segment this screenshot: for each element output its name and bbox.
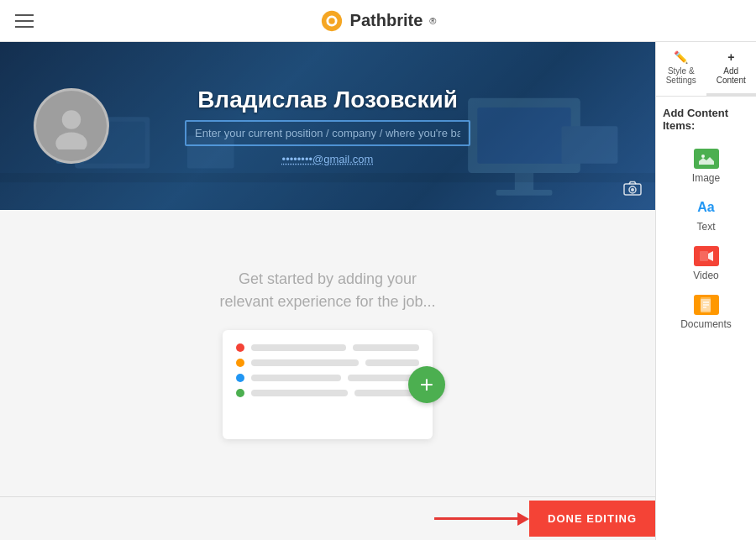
plus-icon: + (727, 50, 734, 64)
bottom-bar: DONE EDITING (0, 496, 655, 540)
card-line-3a (251, 375, 341, 381)
card-dot-red (236, 343, 244, 352)
card-line-2b (365, 359, 419, 366)
get-started-text: Get started by adding your relevant expe… (219, 268, 435, 313)
arrow-shaft (434, 517, 518, 520)
svg-rect-6 (496, 190, 553, 196)
svg-point-2 (328, 18, 334, 24)
sidebar-section-title: Add Content Items: (663, 107, 749, 132)
card-row-4 (236, 389, 419, 397)
text-icon: Aa (694, 197, 719, 218)
card-row-1 (236, 343, 419, 352)
header: Pathbrite® (0, 0, 756, 42)
svg-point-14 (55, 132, 87, 149)
camera-icon[interactable] (623, 181, 642, 200)
tab-add-content[interactable]: + Add Content (706, 42, 757, 96)
svg-rect-12 (0, 173, 655, 182)
content-area: Владислав Лозовский ••••••••@gmail.com G… (0, 42, 655, 540)
done-editing-label: DONE EDITING (548, 512, 637, 525)
svg-point-17 (631, 188, 634, 191)
card-illustration: + (223, 330, 433, 439)
sidebar: ✏️ Style & Settings + Add Content Add Co… (655, 42, 756, 540)
svg-point-13 (62, 110, 81, 128)
body-area: Get started by adding your relevant expe… (0, 210, 655, 496)
svg-rect-11 (562, 126, 618, 164)
main-container: Владислав Лозовский ••••••••@gmail.com G… (0, 42, 756, 540)
add-content-circle-button[interactable]: + (408, 366, 445, 403)
user-name: Владислав Лозовский (185, 87, 470, 113)
tab-style-label: Style & Settings (659, 66, 703, 85)
tab-add-label: Add Content (710, 66, 753, 85)
video-label: Video (693, 270, 718, 281)
logo-icon (320, 9, 344, 33)
arrow-head (517, 512, 529, 526)
svg-rect-4 (477, 107, 570, 164)
card-row-2 (236, 359, 419, 367)
svg-rect-22 (701, 299, 711, 312)
card-dot-orange (236, 359, 244, 367)
avatar[interactable] (34, 88, 109, 164)
hero-center: Владислав Лозовский ••••••••@gmail.com (185, 87, 470, 165)
card-line-1a (251, 344, 346, 351)
text-label: Text (696, 221, 715, 233)
avatar-icon (48, 102, 95, 149)
card-line-2a (251, 359, 359, 366)
hero-banner: Владислав Лозовский ••••••••@gmail.com (0, 42, 655, 210)
logo-text: Pathbrite (350, 11, 423, 30)
pencil-icon: ✏️ (674, 50, 688, 64)
image-icon (694, 149, 719, 169)
sidebar-tabs: ✏️ Style & Settings + Add Content (656, 42, 756, 97)
card-line-1b (353, 344, 419, 351)
card-line-4a (251, 390, 348, 396)
video-icon (694, 246, 719, 266)
image-label: Image (692, 172, 720, 184)
card-row-3 (236, 374, 419, 382)
done-editing-button[interactable]: DONE EDITING (529, 501, 655, 537)
user-email[interactable]: ••••••••@gmail.com (185, 153, 470, 165)
menu-button[interactable] (15, 14, 34, 28)
logo-reg: ® (429, 16, 436, 26)
content-item-documents[interactable]: Documents (663, 288, 749, 337)
content-item-image[interactable]: Image (663, 142, 749, 191)
documents-label: Documents (680, 318, 732, 330)
tab-style-settings[interactable]: ✏️ Style & Settings (656, 42, 706, 96)
card-dot-green (236, 389, 244, 397)
content-item-text[interactable]: Aa Text (663, 191, 749, 239)
card-dot-blue (236, 374, 244, 382)
sidebar-content: Add Content Items: Image Aa Text (656, 97, 756, 540)
content-item-video[interactable]: Video (663, 239, 749, 288)
svg-point-19 (701, 155, 705, 158)
arrow-indicator (434, 512, 529, 526)
documents-icon (694, 295, 719, 315)
position-input[interactable] (185, 120, 470, 146)
logo: Pathbrite® (320, 9, 437, 33)
svg-rect-20 (700, 251, 708, 261)
